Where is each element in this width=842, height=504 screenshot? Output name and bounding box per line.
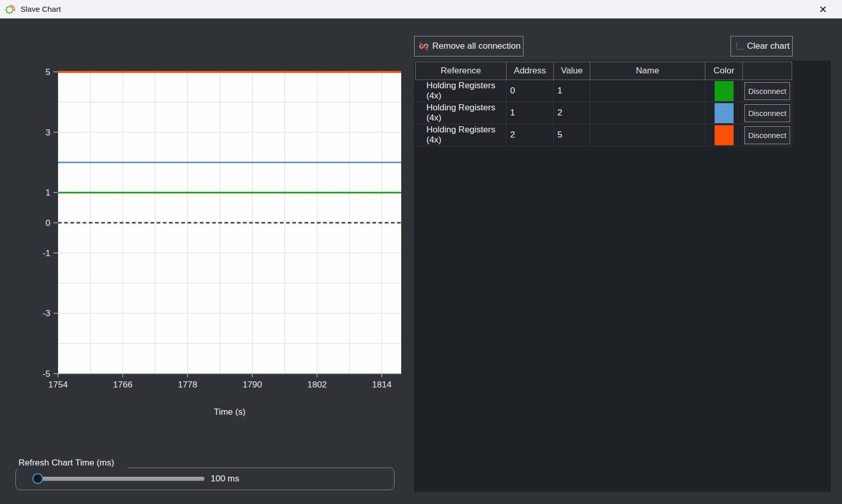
cell-value: 5	[554, 124, 590, 146]
y-tick-label: -5	[43, 369, 50, 379]
x-tick-label: 1814	[372, 380, 391, 390]
disconnect-button[interactable]: Disconnect	[744, 82, 790, 100]
remove-all-connection-label: Remove all connection	[433, 41, 521, 51]
x-tick-label: 1790	[242, 380, 262, 390]
header-color: Color	[705, 62, 743, 80]
x-tick-label: 1754	[48, 380, 68, 390]
table-row: Holding Registers (4x) 0 1 Disconnect	[415, 80, 792, 102]
header-name: Name	[590, 62, 705, 80]
cell-name	[590, 102, 705, 124]
y-tick-label: 5	[46, 67, 50, 77]
refresh-slider-track[interactable]	[38, 477, 204, 481]
x-axis-title: Time (s)	[214, 407, 246, 417]
cell-name	[590, 124, 705, 146]
disconnect-button[interactable]: Disconnect	[744, 104, 790, 122]
title-bar: Slave Chart ✕	[0, 0, 842, 18]
chart-axes-icon	[734, 41, 745, 52]
table-row: Holding Registers (4x) 2 5 Disconnect	[415, 124, 792, 146]
y-tick-label: 0	[46, 218, 50, 228]
table-row: Holding Registers (4x) 1 2 Disconnect	[415, 102, 792, 124]
x-tick-label: 1778	[178, 380, 197, 390]
cell-address: 2	[507, 124, 554, 146]
cell-reference: Holding Registers (4x)	[415, 80, 507, 102]
color-swatch[interactable]	[715, 125, 734, 145]
broken-link-icon	[417, 40, 431, 53]
cell-address: 0	[507, 80, 554, 102]
refresh-slider-row: 100 ms	[15, 468, 395, 490]
cell-reference: Holding Registers (4x)	[415, 124, 507, 146]
y-tick-label: -3	[43, 308, 50, 318]
x-tick-label: 1766	[113, 380, 133, 390]
y-tick-label: 1	[46, 188, 50, 198]
cell-reference: Holding Registers (4x)	[415, 102, 507, 124]
y-tick-label: 3	[46, 128, 50, 138]
header-value: Value	[553, 62, 590, 80]
remove-all-connection-button[interactable]: Remove all connection	[414, 36, 523, 56]
cell-address: 1	[507, 102, 554, 124]
window-title: Slave Chart	[21, 5, 61, 13]
clear-chart-button[interactable]: Clear chart	[731, 36, 793, 56]
refresh-value-label: 100 ms	[211, 474, 239, 484]
connections-grid-panel: Reference Address Value Name Color Holdi…	[414, 61, 831, 492]
header-address: Address	[506, 62, 554, 80]
cell-name	[590, 80, 705, 102]
connections-table: Reference Address Value Name Color Holdi…	[415, 62, 792, 146]
slave-chart-plot: 1754176617781790180218145310-1-3-5Time (…	[15, 62, 416, 421]
color-swatch[interactable]	[715, 103, 734, 123]
close-button[interactable]: ✕	[811, 0, 835, 18]
cell-value: 1	[554, 80, 590, 102]
app-gear-icon	[4, 3, 16, 15]
color-swatch[interactable]	[715, 81, 734, 101]
refresh-slider-thumb[interactable]	[32, 473, 43, 484]
refresh-group-label: Refresh Chart Time (ms)	[18, 458, 114, 468]
header-action	[742, 62, 792, 80]
header-reference: Reference	[415, 62, 507, 80]
table-header-row: Reference Address Value Name Color	[415, 62, 792, 80]
y-tick-label: -1	[43, 248, 50, 258]
slave-chart-window: Slave Chart ✕ 17541766177817901802181453…	[0, 0, 842, 504]
disconnect-button[interactable]: Disconnect	[744, 126, 790, 144]
clear-chart-label: Clear chart	[747, 41, 790, 51]
x-tick-label: 1802	[307, 380, 327, 390]
cell-value: 2	[554, 102, 590, 124]
